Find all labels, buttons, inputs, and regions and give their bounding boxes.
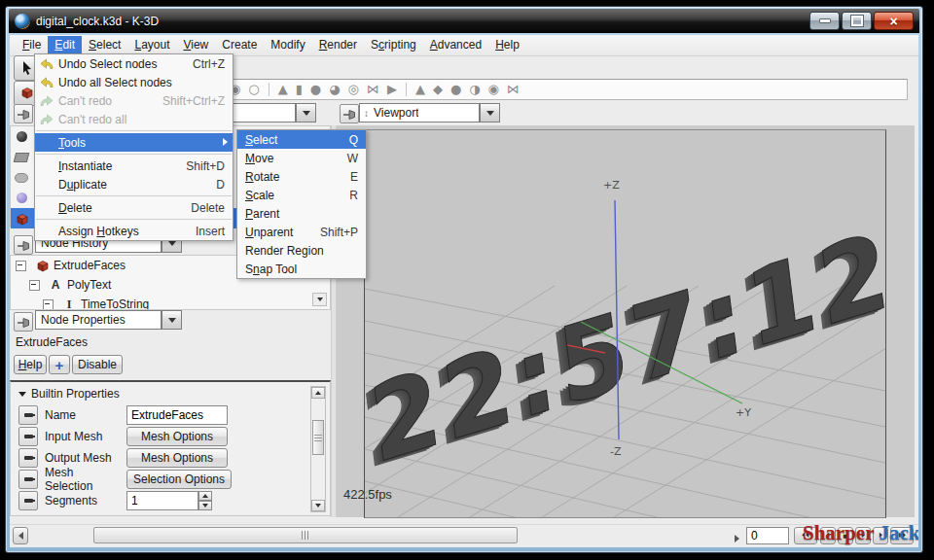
node-history-pin-button[interactable]	[14, 235, 33, 255]
tree-row[interactable]: I TimeToString	[11, 295, 330, 310]
segments-field[interactable]	[126, 491, 198, 510]
menu-render[interactable]: Render	[312, 36, 364, 54]
submenu-item-rotate[interactable]: Rotate E	[237, 167, 366, 186]
name-field[interactable]	[126, 405, 228, 425]
collapse-icon[interactable]	[16, 261, 26, 271]
submenu-item-scale[interactable]: Scale R	[237, 186, 366, 204]
plug-icon[interactable]	[18, 427, 38, 446]
plug-icon[interactable]	[18, 470, 38, 489]
submenu-item-snap-tool[interactable]: Snap Tool	[237, 260, 366, 278]
section-header[interactable]: Builtin Properties	[18, 387, 120, 401]
menu-select[interactable]: Select	[82, 36, 127, 54]
plug-icon[interactable]	[18, 448, 38, 468]
properties-scrollbar[interactable]	[310, 386, 326, 512]
menu-separator	[36, 219, 232, 220]
scroll-up-button[interactable]	[311, 387, 325, 399]
primitive-shape-icon[interactable]: ⋈	[507, 81, 520, 98]
help-button[interactable]: Help	[14, 355, 47, 374]
submenu-item-select[interactable]: Select Q	[237, 130, 366, 149]
window-title: digital_clock.k3d - K-3D	[36, 15, 159, 28]
primitive-shape-icon[interactable]: ⋈	[367, 81, 379, 98]
menu-item-duplicate[interactable]: Duplicate D	[35, 175, 233, 193]
menu-separator	[36, 130, 232, 131]
primitive-shape-icon[interactable]: ○	[248, 81, 259, 98]
undo-icon	[35, 58, 58, 70]
panel-pin-button[interactable]	[14, 104, 33, 123]
submenu-item-render-region[interactable]: Render Region	[237, 241, 366, 260]
sphere-icon	[15, 130, 28, 144]
selection-options-button[interactable]: Selection Options	[126, 470, 232, 489]
chevron-down-icon	[168, 318, 176, 323]
segments-decrement-button[interactable]	[198, 501, 212, 510]
grip-icon	[314, 435, 322, 441]
menu-item-delete[interactable]: Delete Delete	[35, 198, 233, 217]
primitive-shape-icon[interactable]: ◎	[348, 81, 359, 98]
scroll-left-button[interactable]	[13, 527, 28, 544]
menu-file[interactable]: File	[16, 36, 48, 54]
tree-scroll-down-button[interactable]	[312, 293, 327, 306]
scroll-down-button[interactable]	[311, 500, 325, 511]
disable-button[interactable]: Disable	[72, 355, 123, 374]
node-properties-pin-button[interactable]	[14, 312, 33, 332]
submenu-item-parent[interactable]: Parent	[237, 204, 366, 223]
menu-advanced[interactable]: Advanced	[423, 36, 488, 54]
menu-item-undo-select-nodes[interactable]: Undo Select nodesCtrl+Z	[35, 54, 233, 73]
minimize-button[interactable]	[809, 12, 840, 30]
output-mesh-options-button[interactable]: Mesh Options	[126, 448, 228, 468]
primitive-shape-icon[interactable]: ●	[310, 81, 321, 98]
viewport-combo-arrow[interactable]	[480, 103, 500, 122]
menu-item-instantiate[interactable]: Instantiate Shift+D	[35, 157, 233, 175]
menu-layout[interactable]: Layout	[127, 36, 176, 54]
primitive-shape-icon[interactable]: ▮	[296, 81, 303, 98]
primitive-shape-icon[interactable]: ▲	[415, 81, 425, 98]
screen: digital_clock.k3d - K-3D × File Edit Sel…	[0, 0, 934, 560]
menu-item-tools[interactable]: Tools	[35, 133, 233, 152]
chevron-down-icon	[303, 111, 310, 116]
menu-item-undo-all-select-nodes[interactable]: Undo all Select nodes	[35, 73, 233, 91]
svg-text:+Z: +Z	[603, 179, 620, 192]
maximize-button[interactable]	[842, 12, 872, 30]
menu-edit[interactable]: Edit	[48, 36, 82, 54]
menu-create[interactable]: Create	[215, 36, 264, 54]
input-mesh-options-button[interactable]: Mesh Options	[126, 427, 228, 446]
close-button[interactable]: ×	[874, 12, 914, 30]
viewport-3d[interactable]: 22:57:12 22:57:12 22:57:12 22:57:12 +Z -…	[364, 129, 886, 518]
menu-help[interactable]: Help	[488, 36, 526, 54]
menu-separator	[36, 195, 232, 196]
primitive-shape-icon[interactable]: ◑	[469, 81, 480, 98]
submenu-item-move[interactable]: Move W	[237, 149, 366, 167]
primitive-shape-icon[interactable]: ◉	[488, 81, 499, 98]
primitive-shape-icon[interactable]: ▲	[278, 81, 288, 98]
primitive-shape-icon[interactable]: ◆	[433, 81, 443, 98]
property-label: Output Mesh	[45, 451, 125, 465]
pin-icon	[342, 107, 356, 121]
collapse-icon[interactable]	[43, 299, 54, 310]
timeline-scrollbar-thumb[interactable]	[93, 527, 518, 543]
node-list-panel-combo-arrow[interactable]	[296, 103, 316, 122]
plug-icon[interactable]	[18, 491, 38, 510]
plug-icon[interactable]	[18, 405, 38, 425]
titlebar[interactable]: digital_clock.k3d - K-3D ×	[9, 9, 919, 33]
primitive-shape-icon[interactable]: ●	[450, 81, 461, 98]
primitive-shape-icon[interactable]: ◕	[329, 81, 340, 98]
menu-scripting[interactable]: Scripting	[364, 36, 423, 54]
viewport-pin-button[interactable]	[340, 104, 359, 123]
viewport-panel-combo[interactable]: ↕ Viewport	[359, 103, 480, 122]
node-properties-combo[interactable]: Node Properties	[35, 310, 162, 330]
collapse-icon[interactable]	[29, 280, 40, 291]
property-row: Segments	[11, 491, 303, 510]
add-property-button[interactable]: +	[49, 355, 70, 374]
menu-modify[interactable]: Modify	[264, 36, 311, 54]
frame-number-field[interactable]	[746, 527, 789, 544]
node-properties-combo-arrow[interactable]	[162, 310, 182, 330]
primitive-shape-icon[interactable]: ▶	[387, 81, 397, 98]
scrollbar-thumb[interactable]	[312, 420, 324, 455]
menu-view[interactable]: View	[176, 36, 215, 54]
menu-item-assign-hotkeys[interactable]: Assign Hotkeys Insert	[35, 222, 233, 240]
chevron-right-icon[interactable]	[735, 532, 739, 545]
toolbar-divider	[269, 83, 269, 96]
submenu-item-unparent[interactable]: Unparent Shift+P	[237, 223, 366, 241]
menu-item-cant-redo: Can't redoShift+Ctrl+Z	[35, 91, 233, 110]
segments-increment-button[interactable]	[198, 491, 212, 501]
cube-icon	[19, 86, 35, 101]
